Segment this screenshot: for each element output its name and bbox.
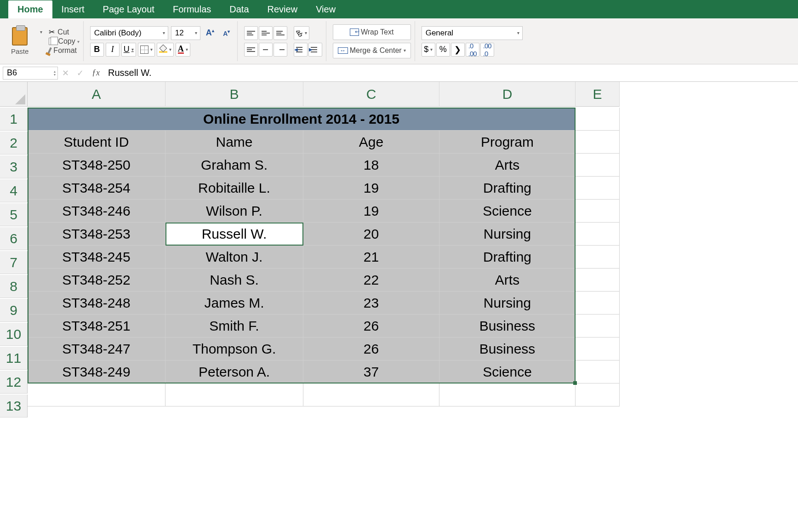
cell-A1[interactable]: Online Enrollment 2014 - 2015 bbox=[28, 108, 576, 131]
cell-B8[interactable]: Nash S. bbox=[165, 269, 303, 292]
cell-A3[interactable]: ST348-250 bbox=[28, 154, 165, 177]
row-header-4[interactable]: 4 bbox=[0, 179, 28, 202]
cell-D13[interactable] bbox=[439, 383, 576, 406]
align-left-button[interactable] bbox=[244, 43, 258, 57]
increase-decimal-button[interactable]: .0.00 bbox=[466, 43, 479, 57]
number-format-select[interactable]: General▾ bbox=[422, 26, 523, 40]
align-middle-button[interactable] bbox=[259, 26, 273, 40]
comma-button[interactable]: ❯ bbox=[451, 43, 465, 57]
name-box[interactable]: B6 ▴▾ bbox=[3, 67, 58, 80]
font-size-select[interactable]: 12▾ bbox=[171, 26, 200, 40]
orientation-button[interactable]: ab bbox=[294, 26, 310, 40]
wrap-text-button[interactable]: Wrap Text bbox=[333, 24, 411, 40]
tab-view[interactable]: View bbox=[307, 0, 345, 18]
copy-dropdown-icon[interactable]: ▾ bbox=[77, 39, 80, 44]
cell-D2[interactable]: Program bbox=[439, 131, 576, 154]
select-all-corner[interactable] bbox=[0, 82, 28, 107]
cell-C12[interactable]: 37 bbox=[303, 360, 439, 383]
row-header-6[interactable]: 6 bbox=[0, 227, 28, 250]
row-header-2[interactable]: 2 bbox=[0, 132, 28, 154]
cell-A10[interactable]: ST348-251 bbox=[28, 315, 165, 338]
cell-E3[interactable] bbox=[576, 154, 620, 177]
cell-A11[interactable]: ST348-247 bbox=[28, 338, 165, 360]
underline-button[interactable]: U bbox=[121, 43, 136, 57]
row-header-5[interactable]: 5 bbox=[0, 203, 28, 226]
col-header-D[interactable]: D bbox=[439, 82, 576, 107]
tab-page-layout[interactable]: Page Layout bbox=[94, 0, 164, 18]
cell-D11[interactable]: Business bbox=[439, 338, 576, 360]
cell-C8[interactable]: 22 bbox=[303, 269, 439, 292]
cell-B11[interactable]: Thompson G. bbox=[165, 338, 303, 360]
cell-C5[interactable]: 19 bbox=[303, 200, 439, 223]
percent-button[interactable]: % bbox=[436, 43, 450, 57]
cell-B6[interactable]: Russell W. bbox=[165, 223, 303, 246]
cell-E8[interactable] bbox=[576, 269, 620, 292]
cell-D3[interactable]: Arts bbox=[439, 154, 576, 177]
cell-D9[interactable]: Nursing bbox=[439, 292, 576, 315]
formula-input[interactable]: Russell W. bbox=[104, 68, 798, 78]
row-header-12[interactable]: 12 bbox=[0, 371, 28, 394]
tab-formulas[interactable]: Formulas bbox=[164, 0, 220, 18]
row-header-13[interactable]: 13 bbox=[0, 395, 28, 418]
cell-C9[interactable]: 23 bbox=[303, 292, 439, 315]
row-header-10[interactable]: 10 bbox=[0, 323, 28, 346]
cell-B5[interactable]: Wilson P. bbox=[165, 200, 303, 223]
cell-E1[interactable] bbox=[576, 108, 620, 131]
cell-A6[interactable]: ST348-253 bbox=[28, 223, 165, 246]
format-painter-button[interactable]: Format bbox=[49, 46, 79, 55]
row-header-1[interactable]: 1 bbox=[0, 108, 28, 131]
cell-D5[interactable]: Science bbox=[439, 200, 576, 223]
cell-B2[interactable]: Name bbox=[165, 131, 303, 154]
increase-indent-button[interactable] bbox=[308, 43, 322, 57]
cell-E13[interactable] bbox=[576, 383, 620, 406]
cell-C13[interactable] bbox=[303, 383, 439, 406]
col-header-C[interactable]: C bbox=[303, 82, 439, 107]
cell-B12[interactable]: Peterson A. bbox=[165, 360, 303, 383]
align-top-button[interactable] bbox=[244, 26, 258, 40]
cell-A4[interactable]: ST348-254 bbox=[28, 177, 165, 200]
cell-E9[interactable] bbox=[576, 292, 620, 315]
cell-E7[interactable] bbox=[576, 246, 620, 269]
cell-C10[interactable]: 26 bbox=[303, 315, 439, 338]
borders-button[interactable] bbox=[138, 43, 155, 57]
cell-C11[interactable]: 26 bbox=[303, 338, 439, 360]
cell-C4[interactable]: 19 bbox=[303, 177, 439, 200]
cell-A12[interactable]: ST348-249 bbox=[28, 360, 165, 383]
row-header-3[interactable]: 3 bbox=[0, 155, 28, 178]
cell-D8[interactable]: Arts bbox=[439, 269, 576, 292]
tab-review[interactable]: Review bbox=[258, 0, 307, 18]
decrease-font-button[interactable]: A▾ bbox=[220, 26, 234, 40]
cell-C3[interactable]: 18 bbox=[303, 154, 439, 177]
cell-A5[interactable]: ST348-246 bbox=[28, 200, 165, 223]
cell-D6[interactable]: Nursing bbox=[439, 223, 576, 246]
decrease-indent-button[interactable] bbox=[294, 43, 308, 57]
row-header-11[interactable]: 11 bbox=[0, 347, 28, 370]
cell-A2[interactable]: Student ID bbox=[28, 131, 165, 154]
cell-C6[interactable]: 20 bbox=[303, 223, 439, 246]
cell-E5[interactable] bbox=[576, 200, 620, 223]
cell-B10[interactable]: Smith F. bbox=[165, 315, 303, 338]
cancel-formula-button[interactable]: ✕ bbox=[58, 68, 73, 78]
name-box-stepper[interactable]: ▴▾ bbox=[54, 70, 56, 76]
cell-A8[interactable]: ST348-252 bbox=[28, 269, 165, 292]
cell-E11[interactable] bbox=[576, 338, 620, 360]
cell-C7[interactable]: 21 bbox=[303, 246, 439, 269]
cut-button[interactable]: ✂ Cut bbox=[49, 28, 79, 36]
cell-D12[interactable]: Science bbox=[439, 360, 576, 383]
align-right-button[interactable] bbox=[274, 43, 287, 57]
cell-E2[interactable] bbox=[576, 131, 620, 154]
cell-A9[interactable]: ST348-248 bbox=[28, 292, 165, 315]
cell-E4[interactable] bbox=[576, 177, 620, 200]
cell-D10[interactable]: Business bbox=[439, 315, 576, 338]
italic-button[interactable]: I bbox=[106, 43, 120, 57]
bold-button[interactable]: B bbox=[90, 43, 104, 57]
cell-C2[interactable]: Age bbox=[303, 131, 439, 154]
row-header-7[interactable]: 7 bbox=[0, 251, 28, 274]
cell-B4[interactable]: Robitaille L. bbox=[165, 177, 303, 200]
row-header-8[interactable]: 8 bbox=[0, 275, 28, 298]
row-header-9[interactable]: 9 bbox=[0, 299, 28, 322]
merge-center-button[interactable]: Merge & Center bbox=[333, 43, 411, 58]
cell-D4[interactable]: Drafting bbox=[439, 177, 576, 200]
cell-B9[interactable]: James M. bbox=[165, 292, 303, 315]
cell-D7[interactable]: Drafting bbox=[439, 246, 576, 269]
